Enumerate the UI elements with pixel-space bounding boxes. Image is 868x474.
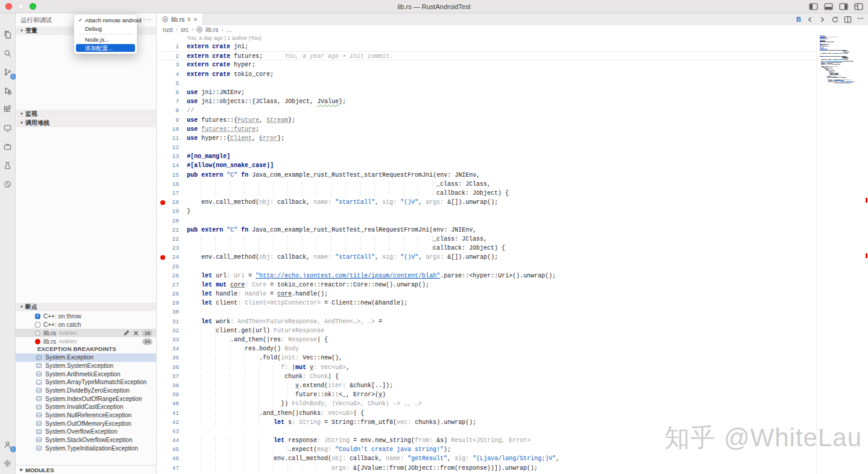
remove-breakpoint-icon[interactable] — [133, 330, 139, 337]
code-line[interactable]: 34 res.body() Body — [157, 344, 868, 353]
code-line[interactable]: 47 args: &[JValue::from(JObject::from(re… — [157, 464, 868, 473]
code-line[interactable]: 46 env.call_method(obj: callback, name: … — [157, 454, 868, 463]
exception-breakpoint-item[interactable]: System.NullReferenceException — [16, 411, 156, 420]
code-line[interactable]: 42 let s: String = String::from_utf8(vec… — [157, 418, 868, 427]
breakpoint-libr s-18[interactable]: lib.rs rust/src 18 — [16, 329, 156, 337]
code-line[interactable]: 43 — [157, 427, 868, 436]
breadcrumb-item[interactable]: rust — [163, 27, 173, 33]
exception-breakpoint-item[interactable]: System.IndexOutOfRangeException — [16, 394, 156, 403]
breakpoint-cpp-on-catch[interactable]: C++: on catch — [16, 320, 156, 329]
codelens-annotation[interactable]: You, a day ago | 1 author (You) — [157, 34, 868, 42]
code-line[interactable]: 4extern crate tokio_core; — [157, 70, 868, 79]
code-line[interactable]: 14#[allow(non_snake_case)] — [157, 161, 868, 170]
run-and-debug-icon[interactable] — [2, 84, 14, 96]
breakpoint-librs-24[interactable]: lib.rs rust/src 24 — [16, 337, 156, 346]
code-line[interactable]: 24 env.call_method(obj: callback, name: … — [157, 253, 868, 262]
tab-librs[interactable]: lib.rs 6 × — [157, 13, 203, 25]
settings-gear-icon[interactable] — [2, 457, 14, 469]
close-tab-icon[interactable]: × — [193, 16, 197, 22]
toggle-panel-icon[interactable] — [824, 3, 833, 10]
code-line[interactable]: 22 _class: JClass, — [157, 235, 868, 244]
section-watch[interactable]: ▼监视 — [16, 110, 156, 118]
breadcrumb-item[interactable]: … — [226, 27, 232, 33]
exception-breakpoint-item[interactable]: System.SystemException — [16, 362, 156, 370]
checkbox-unchecked-icon[interactable] — [35, 322, 40, 327]
code-line[interactable]: 20 — [157, 216, 868, 226]
code-line[interactable]: 18 env.call_method(obj: callback, name: … — [157, 198, 868, 207]
customize-layout-icon[interactable] — [854, 3, 863, 10]
test-flask-icon[interactable] — [2, 159, 14, 171]
checkbox-checked-icon[interactable] — [35, 314, 40, 319]
code-area[interactable]: You, a day ago | 1 author (You) 1extern … — [157, 34, 868, 474]
navigate-back-icon[interactable] — [806, 16, 814, 24]
code-line[interactable]: 21pub extern "C" fn Java_com_example_rus… — [157, 226, 868, 235]
code-line[interactable]: 29 let client: Client<HttpConnector> = C… — [157, 299, 868, 308]
code-line[interactable]: 41 .and_then(|chunks: Vec<u8>| { — [157, 409, 868, 418]
code-line[interactable]: 15pub extern "C" fn Java_com_example_rus… — [157, 171, 868, 180]
code-line[interactable]: 40 }) Fold<Body, |Vec<u8>, Chunk| -> …, … — [157, 399, 868, 408]
clock-tool-icon[interactable] — [2, 178, 14, 190]
menu-item[interactable]: ✓Attach remote android — [76, 16, 135, 25]
code-line[interactable]: 44 let response: JString = env.new_strin… — [157, 436, 868, 445]
code-line[interactable]: 38 v.extend(iter: &chunk[..]); — [157, 381, 868, 390]
account-icon[interactable]: 1 — [2, 438, 14, 450]
code-line[interactable]: 33 .and_then(|res: Response| { — [157, 335, 868, 344]
toggle-secondary-sidebar-icon[interactable] — [839, 3, 848, 10]
code-line[interactable]: 3extern crate hyper; — [157, 60, 868, 69]
code-line[interactable]: 5 — [157, 79, 868, 88]
code-line[interactable]: 16 _class: JClass, — [157, 180, 868, 189]
code-line[interactable]: 25 — [157, 262, 868, 271]
project-manager-icon[interactable] — [2, 141, 14, 153]
more-actions-icon[interactable] — [857, 14, 864, 25]
minimize-window-button[interactable] — [17, 3, 24, 10]
code-line[interactable]: 2extern crate futures; You, a year ago •… — [157, 51, 868, 60]
code-line[interactable]: 8// — [157, 106, 868, 115]
breadcrumb-item[interactable]: src — [181, 27, 189, 33]
code-line[interactable]: 31 let work: AndThen<FutureResponse, And… — [157, 317, 868, 326]
code-line[interactable]: 10use futures::future; — [157, 125, 868, 134]
code-line[interactable]: 30 — [157, 308, 868, 317]
code-line[interactable]: 7use jni::objects::{JClass, JObject, JVa… — [157, 97, 868, 106]
search-icon[interactable] — [2, 47, 14, 59]
split-editor-icon[interactable] — [844, 16, 852, 24]
exception-breakpoint-item[interactable]: System.OutOfMemoryException — [16, 419, 156, 428]
close-window-button[interactable] — [5, 3, 12, 10]
menu-item[interactable]: Debug — [76, 25, 135, 33]
exception-breakpoint-item[interactable]: System.Exception — [16, 353, 156, 362]
code-line[interactable]: 11use hyper::{Client, Error}; — [157, 134, 868, 143]
breakpoint-glyph-icon[interactable] — [160, 255, 165, 260]
section-breakpoints[interactable]: ▼断点 — [16, 303, 156, 311]
exception-breakpoint-item[interactable]: System.StackOverflowException — [16, 436, 156, 444]
remote-explorer-icon[interactable] — [2, 122, 14, 134]
code-line[interactable]: 19} — [157, 207, 868, 216]
breakpoint-glyph-icon[interactable] — [160, 200, 165, 205]
exception-breakpoint-item[interactable]: System.OverflowException — [16, 428, 156, 436]
code-line[interactable]: 27 let mut core: Core = tokio_core::reac… — [157, 280, 868, 289]
edit-breakpoint-icon[interactable] — [123, 330, 130, 337]
code-line[interactable]: 9use futures::{Future, Stream}; — [157, 116, 868, 125]
code-line[interactable]: 17 callback: JObject) { — [157, 189, 868, 198]
exception-breakpoint-item[interactable]: System.ArithmeticException — [16, 370, 156, 378]
exception-breakpoint-item[interactable]: System.ArrayTypeMismatchException — [16, 378, 156, 387]
extensions-icon[interactable] — [2, 103, 14, 115]
minimap[interactable] — [816, 34, 868, 474]
sidebar-more-actions-icon[interactable]: ··· — [143, 13, 151, 27]
code-line[interactable]: 13#[no_mangle] — [157, 152, 868, 161]
code-line[interactable]: 26 let url: Uri = "http://echo.jsontest.… — [157, 271, 868, 280]
menu-item[interactable]: Node.js... — [76, 36, 135, 44]
explorer-icon[interactable] — [2, 28, 14, 40]
code-line[interactable]: 32 client.get(url) FutureResponse — [157, 326, 868, 335]
toggle-sidebar-icon[interactable] — [809, 3, 818, 10]
bookmarks-icon[interactable]: B — [796, 16, 801, 23]
navigate-forward-icon[interactable] — [819, 16, 826, 24]
code-line[interactable]: 45 .expect(msg: "Couldn't create java st… — [157, 445, 868, 454]
exception-breakpoint-item[interactable]: System.InvalidCastException — [16, 403, 156, 411]
code-line[interactable]: 37 chunk: Chunk| { — [157, 372, 868, 381]
code-line[interactable]: 23 callback: JObject) { — [157, 244, 868, 253]
menu-item[interactable]: 添加配置... — [76, 44, 135, 52]
breakpoint-cpp-on-throw[interactable]: C++: on throw — [16, 312, 156, 320]
exception-breakpoint-item[interactable]: System.DivideByZeroException — [16, 387, 156, 395]
refresh-icon[interactable] — [831, 16, 839, 24]
code-line[interactable]: 36 f: |mut v: Vec<u8>, — [157, 363, 868, 372]
code-line[interactable]: 6use jni::JNIEnv; — [157, 88, 868, 97]
